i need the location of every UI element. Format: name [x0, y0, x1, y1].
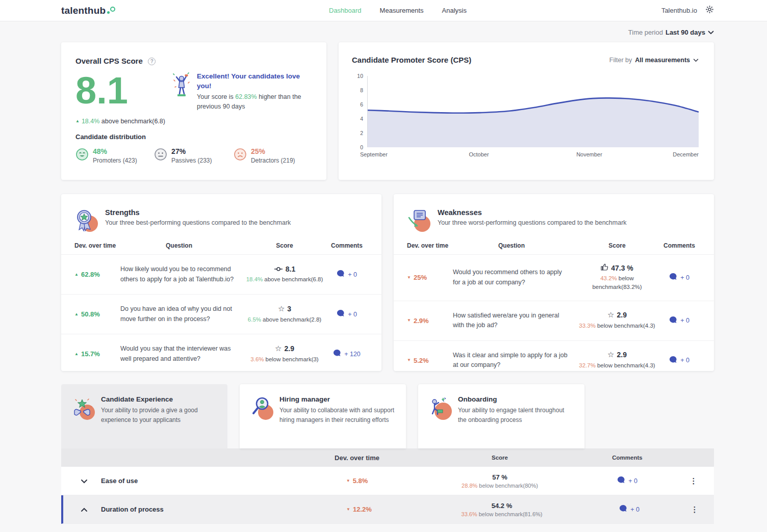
question-text: Would you recommend others to apply for …: [453, 268, 570, 287]
nav-analysis[interactable]: Analysis: [442, 7, 467, 14]
score-cell: ☆2.9 3.6%below benchmark(3): [244, 344, 325, 364]
comments-cell[interactable]: + 0: [325, 270, 368, 279]
row-ease-of-use[interactable]: Ease of use ▼5.8% 57 % 28.8%below benchm…: [61, 467, 714, 495]
comment-count: + 0: [348, 311, 357, 318]
help-icon[interactable]: ?: [148, 58, 156, 65]
bottom-table-header: Dev. over time Score Comments: [61, 448, 714, 467]
kebab-menu-icon[interactable]: ⋮: [690, 476, 698, 486]
dev-value: 5.8%: [353, 477, 368, 485]
score-cell: ☆2.9 33.3%below benchmark(4.3): [576, 310, 658, 330]
comments-cell[interactable]: + 120: [325, 349, 368, 359]
comments-cell[interactable]: + 0: [658, 273, 701, 282]
score-value: 2.9: [617, 311, 626, 319]
strengths-subtitle: Your three best-performing questions com…: [105, 219, 291, 226]
row-duration-of-process[interactable]: Duration of process ▼12.2% 54.2 % 33.6%b…: [61, 495, 714, 524]
tab-description: Your ability to provide a give a good ex…: [101, 406, 217, 425]
strength-row-2[interactable]: ▲50.8% Do you have an idea of why you di…: [61, 294, 381, 334]
comments-cell[interactable]: + 0: [658, 316, 701, 326]
score-cell: 54.2 % 33.6%below benchmark(81.6%): [420, 502, 583, 517]
comments-cell[interactable]: + 0: [658, 356, 701, 365]
celebration-person-icon: [172, 72, 191, 112]
strengths-table-header: Dev. over time Question Score Comments: [61, 232, 381, 254]
promoters-item: 48% Promoters (423): [75, 148, 154, 164]
passives-pct: 27%: [171, 148, 212, 155]
comment-bubble-icon: [669, 273, 677, 282]
benchmark-line: ▲ 18.4% above benchmark(6.8): [75, 118, 312, 125]
comments-cell[interactable]: + 0: [581, 476, 673, 486]
chart-x-axis: SeptemberOctoberNovemberDecember: [367, 151, 699, 159]
chart-title: Candidate Promoter Score (CPS): [352, 56, 471, 64]
chevron-up-icon[interactable]: [81, 505, 88, 514]
time-period-label: Time period: [628, 29, 663, 36]
climbing-steps-icon: [427, 395, 452, 420]
score-cell: ☆2.9 32.7%below benchmark(4.3): [576, 350, 658, 370]
tab-hiring-manager[interactable]: Hiring manager Your ability to collabora…: [240, 384, 406, 448]
chevron-down-icon[interactable]: [81, 476, 88, 486]
arrow-down-icon: ▼: [407, 318, 411, 323]
medal-icon: [74, 208, 98, 232]
comment-count: + 120: [344, 351, 361, 358]
x-tick: December: [673, 151, 699, 157]
filter-label: Filter by: [609, 57, 632, 64]
filter-dropdown[interactable]: Filter by All measurements: [609, 57, 699, 64]
tab-onboarding[interactable]: Onboarding Your ability to engage talent…: [418, 384, 584, 448]
comment-bubble-icon: [617, 476, 625, 486]
x-tick: November: [576, 151, 602, 157]
weakness-row-1[interactable]: ▼25% Would you recommend others to apply…: [394, 254, 714, 301]
tab-candidate-experience[interactable]: Candidate Experience Your ability to pro…: [61, 384, 227, 448]
comment-count: + 0: [630, 506, 640, 513]
weaknesses-subtitle: Your three worst-performing questions co…: [438, 219, 627, 226]
y-tick: 4: [360, 116, 363, 122]
promoters-pct: 48%: [93, 148, 137, 155]
question-text: Would you say that the interviewer was w…: [120, 344, 238, 364]
arrow-up-icon: ▲: [74, 312, 79, 316]
strengths-card: Strengths Your three best-performing que…: [61, 194, 381, 371]
logo-text: talenthub: [61, 5, 106, 16]
magnifier-person-icon: [249, 395, 273, 420]
tab-title: Candidate Experience: [101, 395, 217, 403]
star-icon: ☆: [607, 350, 614, 359]
comments-cell[interactable]: + 0: [583, 504, 675, 514]
score-value: 8.1: [286, 265, 295, 273]
score-value: 2.9: [617, 351, 626, 359]
dev-value: 2.9%: [414, 317, 429, 325]
comment-count: + 0: [680, 274, 689, 281]
dev-value: 25%: [414, 274, 427, 281]
strength-row-1[interactable]: ▲62.8% How likely would you be to recomm…: [61, 254, 381, 294]
detractors-label: Detractors (219): [251, 157, 295, 164]
main-nav: Dashboard Measurements Analysis: [329, 7, 467, 14]
detractors-pct: 25%: [251, 148, 295, 155]
nav-measurements[interactable]: Measurements: [380, 7, 424, 14]
kebab-menu-icon[interactable]: ⋮: [691, 505, 699, 514]
nav-dashboard[interactable]: Dashboard: [329, 7, 362, 14]
top-navigation-bar: talenthub Dashboard Measurements Analysi…: [0, 0, 767, 21]
row-name: Ease of use: [101, 477, 138, 485]
comment-bubble-icon: [337, 309, 345, 319]
talenthub-logo[interactable]: talenthub: [61, 5, 115, 16]
chevron-down-icon: [693, 57, 699, 64]
score-value: 47.3 %: [611, 264, 633, 272]
cps-chart-card: Candidate Promoter Score (CPS) Filter by…: [339, 42, 714, 180]
chart-y-axis: 1086420: [352, 76, 363, 147]
promoters-label: Promoters (423): [93, 157, 137, 164]
time-period-selector[interactable]: Time period Last 90 days: [61, 21, 714, 42]
time-period-value: Last 90 days: [666, 29, 705, 36]
passives-label: Passives (233): [171, 157, 212, 164]
chart-plot: [367, 76, 699, 147]
weakness-row-2[interactable]: ▼2.9% How satisfied were/are you in gene…: [394, 301, 714, 340]
comment-count: + 0: [680, 357, 689, 364]
sad-face-icon: [234, 148, 247, 164]
arrow-down-icon: ▼: [407, 358, 411, 362]
comments-cell[interactable]: + 0: [325, 309, 368, 319]
declining-report-icon: [407, 208, 430, 232]
account-name[interactable]: Talenthub.io: [661, 7, 697, 14]
y-tick: 2: [360, 130, 363, 136]
y-tick: 10: [357, 73, 363, 79]
filter-value: All measurements: [635, 57, 690, 64]
overall-cps-title: Overall CPS Score: [75, 57, 143, 65]
y-tick: 0: [360, 144, 363, 150]
strength-row-3[interactable]: ▲15.7% Would you say that the interviewe…: [61, 334, 381, 371]
weakness-row-3[interactable]: ▼5.2% Was it clear and simple to apply f…: [394, 340, 714, 371]
star-icon: ☆: [278, 304, 285, 313]
gear-icon[interactable]: [705, 5, 714, 16]
